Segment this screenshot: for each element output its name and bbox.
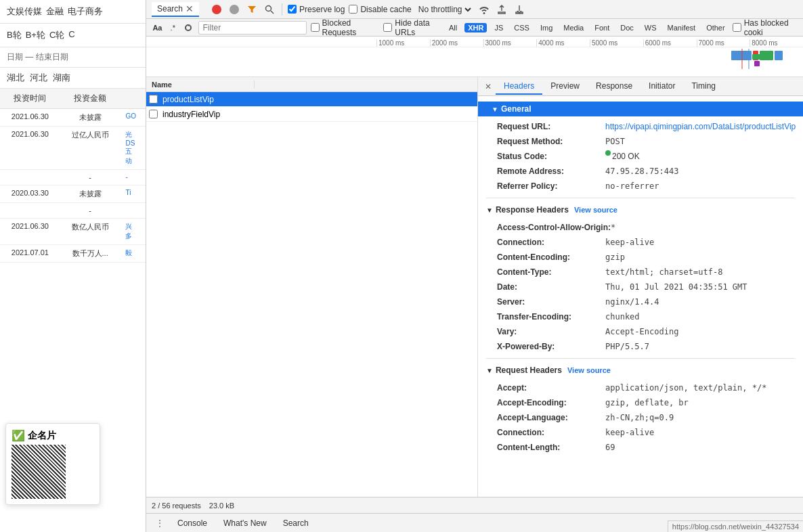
disable-cache-label[interactable]: Disable cache [349, 5, 411, 14]
req-checkbox-input-0[interactable] [149, 95, 158, 104]
filter-xhr-btn[interactable]: XHR [464, 23, 487, 32]
filter-all-btn[interactable]: All [446, 23, 460, 32]
region-hubei[interactable]: 湖北 [7, 72, 24, 84]
round-b[interactable]: B轮 [7, 29, 22, 41]
link-cell[interactable] [120, 203, 146, 219]
response-header-row: Transfer-Encoding: chunked [486, 309, 795, 324]
round-bplus[interactable]: B+轮 [26, 29, 45, 41]
region-hunan[interactable]: 湖南 [53, 72, 70, 84]
request-item[interactable]: industryFieldVip [146, 107, 477, 122]
refresh-btn[interactable] [183, 21, 194, 35]
throttle-select-wrap[interactable]: No throttling [416, 4, 473, 15]
cat-wenyu[interactable]: 文娱传媒 [7, 5, 42, 18]
devtools-panel: Search ✕ Preserve log [146, 0, 803, 532]
blocked-requests-checkbox[interactable] [311, 23, 320, 32]
general-row-referrer: Referrer Policy: no-referrer [486, 179, 795, 194]
tab-timing[interactable]: Timing [683, 79, 724, 95]
resp-hdr-key: Server: [497, 296, 605, 308]
link-cell[interactable]: - [120, 170, 146, 185]
filter-other-btn[interactable]: Other [703, 23, 729, 32]
req-checkbox-input-1[interactable] [149, 110, 158, 118]
search-icon-btn[interactable] [263, 3, 276, 16]
general-row-status: Status Code: 200 OK [486, 149, 795, 164]
filter-js-btn[interactable]: JS [491, 23, 506, 32]
link-cell[interactable]: Ti [120, 185, 146, 203]
blocked-requests-label[interactable]: Blocked Requests [311, 18, 376, 37]
response-headers-section-header[interactable]: ▼ Response Headers View source [486, 202, 795, 217]
filter-font-btn[interactable]: Font [591, 23, 613, 32]
request-items: productListVip industryFieldVip [146, 92, 477, 122]
waterfall-svg [735, 49, 762, 69]
has-blocked-label[interactable]: Has blocked cooki [733, 18, 798, 37]
whats-new-tab[interactable]: What's New [217, 516, 274, 531]
link-cell[interactable]: 毅 [120, 245, 146, 263]
resp-arrow: ▼ [486, 206, 493, 214]
preserve-log-checkbox[interactable] [288, 5, 297, 14]
download-icon-btn[interactable] [513, 3, 526, 16]
filter-img-btn[interactable]: Img [537, 23, 556, 32]
regex-btn[interactable]: .* [167, 21, 179, 35]
more-icon[interactable]: ⋮ [152, 516, 168, 531]
case-sensitive-btn[interactable]: Aa [152, 21, 163, 35]
link-cell[interactable]: 兴 多 [120, 219, 146, 245]
response-header-row: Vary: Accept-Encoding [486, 324, 795, 339]
round-c2[interactable]: C [68, 29, 74, 41]
detail-panel: ✕ Headers Preview Response Initiator Tim… [478, 77, 803, 497]
detail-tabs: ✕ Headers Preview Response Initiator Tim… [478, 77, 803, 96]
filter-icon-btn[interactable] [245, 3, 259, 16]
qr-code [12, 445, 66, 499]
link-cell[interactable]: GO [120, 109, 146, 127]
region-hebei[interactable]: 河北 [30, 72, 47, 84]
general-section-header[interactable]: ▼ General [478, 102, 803, 116]
req-checkbox-1[interactable] [146, 110, 160, 118]
search-tab-close[interactable]: ✕ [186, 3, 194, 14]
tab-headers[interactable]: Headers [496, 79, 542, 95]
bottom-tabs: ⋮ Console What's New Search https://blog… [146, 513, 803, 532]
search-tab[interactable]: Search ✕ [152, 2, 199, 17]
date-cell: 2021.07.01 [0, 245, 60, 263]
filter-media-btn[interactable]: Media [560, 23, 587, 32]
bottom-search-tab[interactable]: Search [276, 516, 316, 531]
resp-hdr-key: Content-Encoding: [497, 251, 605, 263]
hide-data-urls-checkbox[interactable] [383, 23, 392, 32]
tab-preview[interactable]: Preview [542, 79, 588, 95]
filter-input[interactable] [198, 21, 307, 35]
amount-cell: 未披露 [60, 109, 121, 127]
link-cell[interactable]: 光 DS 五 动 [120, 127, 146, 170]
filter-doc-btn[interactable]: Doc [617, 23, 637, 32]
status-bar: 2 / 56 requests 23.0 kB [146, 497, 803, 513]
timeline-ruler: 1000 ms2000 ms3000 ms4000 ms5000 ms6000 … [146, 37, 803, 47]
filter-ws-btn[interactable]: WS [641, 23, 660, 32]
cat-dianshang[interactable]: 电子商务 [68, 5, 103, 18]
general-title: General [501, 104, 531, 114]
filter-manifest-btn[interactable]: Manifest [664, 23, 699, 32]
detail-close-btn[interactable]: ✕ [481, 79, 496, 94]
filter-css-btn[interactable]: CSS [511, 23, 533, 32]
stop-button[interactable] [227, 3, 241, 16]
req-hdr-key: Accept-Encoding: [497, 397, 605, 409]
date-cell: 2021.06.30 [0, 219, 60, 245]
req-checkbox-0[interactable] [146, 95, 160, 104]
tab-response[interactable]: Response [588, 79, 641, 95]
card-name: 企名片 [28, 430, 56, 442]
request-headers-section-header[interactable]: ▼ Request Headers View source [486, 363, 795, 378]
tab-initiator[interactable]: Initiator [641, 79, 683, 95]
record-button[interactable] [210, 3, 223, 16]
upload-icon-btn[interactable] [495, 3, 508, 16]
has-blocked-checkbox[interactable] [733, 23, 741, 32]
round-c[interactable]: C轮 [49, 29, 64, 41]
throttle-select[interactable]: No throttling [416, 4, 473, 15]
date-filter-label[interactable]: 日期 — 结束日期 [7, 51, 68, 63]
resp-view-source[interactable]: View source [574, 206, 617, 214]
wifi-icon-btn[interactable] [477, 3, 491, 16]
console-tab[interactable]: Console [171, 516, 214, 531]
table-row: 2021.06.30 过亿人民币 光 DS 五 动 [0, 127, 146, 170]
disable-cache-checkbox[interactable] [349, 5, 357, 14]
download-icon [515, 5, 524, 14]
req-view-source[interactable]: View source [567, 366, 611, 374]
preserve-log-label[interactable]: Preserve log [288, 5, 345, 14]
cat-jinrong[interactable]: 金融 [46, 5, 64, 18]
request-item[interactable]: productListVip [146, 92, 477, 107]
resp-hdr-val: * [611, 221, 615, 234]
hide-data-urls-label[interactable]: Hide data URLs [383, 18, 441, 37]
